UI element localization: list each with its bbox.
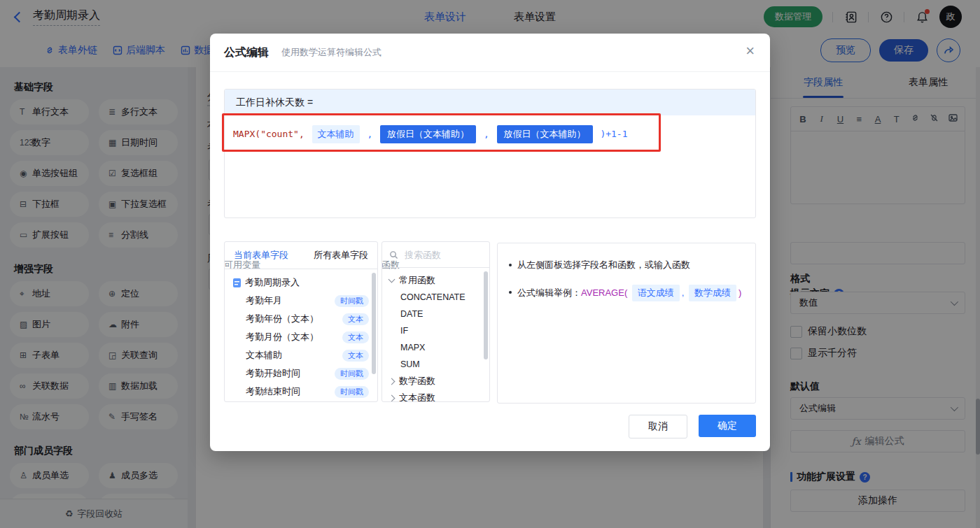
variable-row[interactable]: 文本辅助 文本: [225, 346, 377, 364]
formula-edit-modal: 公式编辑 使用数学运算符编辑公式 × 工作日补休天数 = MAPX("count…: [210, 34, 770, 451]
confirm-button[interactable]: 确定: [699, 415, 756, 437]
variable-row[interactable]: 考勤开始时间 时间戳: [225, 364, 377, 383]
functions-tree: 常用函数 CONCATENATE DATE IF MAPX SUM: [382, 268, 489, 402]
formula-tail-token: )+1-1: [600, 129, 627, 139]
function-group-label: 数学函数: [399, 375, 435, 387]
variables-scrollbar-thumb[interactable]: [372, 273, 376, 374]
help-example: 公式编辑举例：AVERAGE( 语文成绩, 数学成绩): [517, 285, 741, 301]
close-icon[interactable]: ×: [746, 43, 755, 59]
bullet-icon: [509, 291, 512, 294]
chevron-right-icon: [388, 394, 396, 401]
bullet-icon: [509, 264, 512, 266]
example-function-open: AVERAGE(: [581, 287, 627, 298]
help-line-2: 公式编辑举例：AVERAGE( 语文成绩, 数学成绩): [509, 285, 744, 301]
function-item[interactable]: IF: [382, 322, 489, 339]
tree-root-form[interactable]: 考勤周期录入: [225, 273, 377, 292]
variable-type-badge: 时间戳: [335, 386, 369, 398]
functions-panel: 常用函数 CONCATENATE DATE IF MAPX SUM: [382, 241, 490, 402]
example-comma: ,: [682, 287, 685, 298]
function-group-math[interactable]: 数学函数: [382, 373, 489, 390]
form-doc-icon: [233, 278, 241, 287]
modal-title: 公式编辑: [224, 45, 269, 60]
tab-all-form-fields[interactable]: 所有表单字段: [314, 249, 368, 262]
example-field-chip: 语文成绩: [632, 285, 680, 301]
cancel-button[interactable]: 取消: [629, 415, 687, 438]
function-item[interactable]: CONCATENATE: [382, 289, 489, 306]
chevron-right-icon: [388, 378, 396, 385]
variables-list: 考勤年月 时间戳 考勤年份（文本） 文本 考勤月份（文本） 文本: [225, 292, 377, 402]
variables-tree: 考勤周期录入 考勤年月 时间戳 考勤年份（文本） 文本: [225, 269, 377, 402]
function-search-input[interactable]: [403, 249, 476, 261]
formula-function-token: MAPX("count",: [233, 129, 304, 139]
example-function-close: ): [738, 287, 741, 298]
variable-name: 考勤年份（文本）: [246, 313, 318, 325]
variable-type-badge: 文本: [342, 331, 369, 343]
variable-row[interactable]: 考勤年月 时间戳: [225, 292, 377, 310]
form-designer-app: 考勤周期录入 表单设计 表单设置 数据管理 政: [0, 0, 980, 528]
variable-name: 文本辅助: [246, 349, 282, 362]
variable-row[interactable]: 考勤年份（文本） 文本: [225, 310, 377, 328]
modal-header: 公式编辑 使用数学运算符编辑公式 ×: [210, 34, 770, 72]
function-group-common[interactable]: 常用函数: [382, 272, 489, 289]
variable-type-badge: 时间戳: [335, 295, 369, 307]
tab-current-form-fields[interactable]: 当前表单字段: [234, 249, 288, 262]
function-list: CONCATENATE DATE IF MAPX SUM: [382, 289, 489, 373]
function-search: [382, 242, 489, 268]
functions-scrollbar-thumb[interactable]: [484, 271, 488, 359]
variable-name: 考勤开始时间: [246, 367, 300, 380]
formula-help-panel: 从左侧面板选择字段名和函数，或输入函数 公式编辑举例：AVERAGE( 语文成绩…: [497, 243, 756, 404]
variable-row[interactable]: [225, 401, 377, 402]
formula-separator: ,: [484, 129, 489, 139]
help-line-1: 从左侧面板选择字段名和函数，或输入函数: [509, 257, 744, 273]
chevron-down-icon: [388, 276, 396, 283]
variable-type-badge: 文本: [342, 313, 369, 325]
variable-row[interactable]: 考勤月份（文本） 文本: [225, 328, 377, 346]
function-item[interactable]: MAPX: [382, 339, 489, 356]
function-item[interactable]: SUM: [382, 356, 489, 373]
variable-row[interactable]: 考勤结束时间 时间戳: [225, 383, 377, 401]
function-group-label: 文本函数: [399, 392, 435, 402]
tree-root-label: 考勤周期录入: [245, 276, 300, 289]
field-chip-token[interactable]: 文本辅助: [312, 125, 360, 143]
function-item[interactable]: DATE: [382, 306, 489, 322]
modal-subtitle: 使用数学运算符编辑公式: [281, 46, 382, 59]
variable-type-badge: 文本: [342, 350, 369, 362]
help-example-prefix: 公式编辑举例：: [517, 287, 581, 298]
variable-name: 考勤结束时间: [246, 385, 300, 398]
formula-editor-box: 工作日补休天数 = MAPX("count", 文本辅助 , 放假日（文本辅助）…: [224, 89, 756, 218]
variable-name: 考勤月份（文本）: [246, 331, 318, 343]
variable-type-badge: 时间戳: [335, 368, 369, 380]
variables-panel: 当前表单字段 所有表单字段 考勤周期录入 考勤年月 时间戳: [224, 241, 378, 402]
function-group-label: 常用函数: [399, 274, 435, 287]
variable-name: 考勤年月: [246, 294, 282, 307]
function-group-text[interactable]: 文本函数: [382, 390, 489, 402]
help-text: 从左侧面板选择字段名和函数，或输入函数: [517, 257, 690, 273]
field-chip-token-selected[interactable]: 放假日（文本辅助）: [380, 125, 476, 143]
formula-target: 工作日补休天数 =: [225, 90, 755, 115]
variables-tabs: 当前表单字段 所有表单字段: [225, 242, 377, 269]
formula-separator: ,: [367, 129, 372, 139]
search-icon: [389, 250, 398, 259]
formula-expression[interactable]: MAPX("count", 文本辅助 , 放假日（文本辅助） , 放假日（文本辅…: [225, 115, 755, 153]
modal-footer: 取消 确定: [629, 415, 756, 438]
field-chip-token-selected[interactable]: 放假日（文本辅助）: [497, 125, 593, 143]
example-field-chip: 数学成绩: [689, 285, 736, 301]
